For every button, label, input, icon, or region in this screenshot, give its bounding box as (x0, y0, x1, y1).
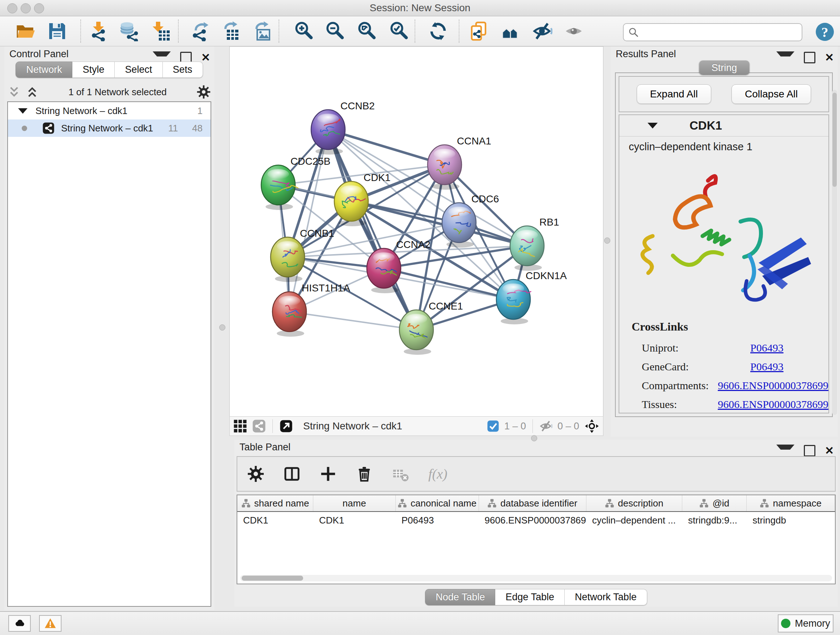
network-collection-row[interactable]: String Network – cdk1 1 (8, 102, 210, 119)
hide-selected-icon[interactable] (532, 21, 553, 41)
toolbar-separator (279, 19, 279, 43)
network-edge[interactable] (328, 130, 445, 165)
zoom-fit-content-icon[interactable] (357, 21, 377, 41)
first-neighbors-icon[interactable] (500, 21, 521, 41)
detach-view-icon[interactable] (279, 419, 293, 433)
tab-style[interactable]: Style (73, 62, 115, 78)
column-header-shared-name[interactable]: shared name (237, 495, 313, 511)
float-panel-icon[interactable] (804, 445, 815, 456)
delete-columns-trash-icon[interactable] (356, 466, 373, 482)
close-panel-icon[interactable]: ✕ (201, 53, 210, 62)
table-cell[interactable]: P06493 (396, 512, 479, 529)
table-cell[interactable]: stringdb (747, 512, 835, 529)
tab-node-table[interactable]: Node Table (425, 589, 495, 605)
table-cell[interactable]: stringdb:9... (682, 512, 747, 529)
column-header-name[interactable]: name (313, 495, 396, 511)
minimize-window-button[interactable] (21, 3, 31, 13)
close-panel-icon[interactable]: ✕ (825, 53, 834, 62)
network-row[interactable]: String Network – cdk1 11 48 (8, 119, 210, 137)
network-node-cdc25b[interactable] (261, 165, 298, 210)
tab-select[interactable]: Select (115, 62, 163, 78)
string-results-container: Expand All Collapse All CDK1 cyclin–depe… (615, 73, 833, 417)
column-header-database-identifier[interactable]: database identifier (479, 495, 586, 511)
tab-network[interactable]: Network (16, 62, 73, 78)
show-column-panel-icon[interactable] (284, 466, 300, 482)
network-node-ccnb2[interactable] (311, 110, 345, 155)
network-node-cdc6[interactable] (442, 203, 476, 248)
network-overview-icon[interactable] (252, 419, 266, 433)
expand-all-button[interactable]: Expand All (637, 84, 711, 104)
tab-sets[interactable]: Sets (163, 62, 203, 78)
network-node-rb1[interactable] (510, 226, 544, 271)
crosslink-value-link[interactable]: P06493 (750, 342, 783, 354)
warnings-button[interactable] (39, 615, 62, 632)
node-label-ccnb1: CCNB1 (300, 228, 334, 239)
collection-expander-icon[interactable] (18, 108, 27, 114)
create-column-plus-icon[interactable] (320, 466, 336, 482)
apply-preferred-layout-icon[interactable] (428, 21, 448, 41)
column-header-description[interactable]: description (586, 495, 682, 511)
birdseye-crosshair-icon[interactable] (584, 418, 600, 434)
vertical-splitter-handle[interactable] (604, 238, 610, 244)
show-all-icon[interactable] (564, 21, 584, 41)
results-scrollbar[interactable] (832, 90, 837, 415)
network-node-cdkn1a[interactable] (496, 279, 531, 325)
export-table-icon[interactable] (220, 21, 240, 41)
new-network-from-selection-icon[interactable] (468, 21, 488, 41)
table-cell[interactable]: CDK1 (237, 512, 313, 529)
table-settings-gear-icon[interactable] (248, 466, 264, 482)
search-input[interactable] (639, 25, 802, 40)
network-node-ccnb1[interactable] (271, 237, 305, 282)
column-header-namespace[interactable]: namespace (747, 495, 835, 511)
expand-all-icon[interactable] (26, 86, 38, 98)
import-network-database-icon[interactable] (118, 21, 139, 41)
tab-string[interactable]: String (699, 60, 750, 75)
export-network-icon[interactable] (189, 21, 210, 41)
crosslink-value-link[interactable]: 9606.ENSP00000378699 (718, 379, 829, 391)
close-panel-icon[interactable]: ✕ (825, 446, 834, 455)
vertical-splitter-handle[interactable] (219, 325, 225, 331)
save-session-icon[interactable] (47, 21, 67, 41)
cloud-status-button[interactable] (8, 615, 31, 632)
export-image-icon[interactable] (251, 21, 272, 41)
zoom-in-icon[interactable] (294, 21, 314, 41)
panel-menu-icon[interactable] (776, 51, 794, 66)
collapse-all-icon[interactable] (8, 86, 20, 98)
close-window-button[interactable] (7, 3, 17, 13)
table-row[interactable]: CDK1CDK1P064939606.ENSP00000378699cyclin… (237, 512, 835, 529)
tab-network-table[interactable]: Network Table (565, 589, 647, 605)
tab-edge-table[interactable]: Edge Table (495, 589, 565, 605)
column-header-label: database identifier (500, 498, 577, 509)
import-table-file-icon[interactable] (151, 21, 171, 41)
grid-view-icon[interactable] (233, 419, 247, 433)
column-header-canonical-name[interactable]: canonical name (396, 495, 479, 511)
horizontal-splitter-handle[interactable] (531, 435, 537, 441)
import-network-file-icon[interactable] (88, 21, 109, 41)
table-cell[interactable]: cyclin–dependent ... (586, 512, 682, 529)
gene-expander-icon[interactable] (647, 123, 658, 128)
network-node-ccne1[interactable] (399, 310, 433, 355)
table-cell[interactable]: CDK1 (313, 512, 396, 529)
crosslink-value-link[interactable]: 9606.ENSP00000378699 (718, 398, 829, 410)
collapse-all-button[interactable]: Collapse All (731, 84, 811, 104)
table-cell[interactable]: 9606.ENSP00000378699 (479, 512, 586, 529)
network-edge[interactable] (328, 130, 416, 330)
network-node-hist1h1a[interactable] (272, 292, 306, 337)
network-edge[interactable] (289, 312, 416, 330)
table-horizontal-scrollbar[interactable] (240, 575, 832, 581)
hidden-eye-icon[interactable] (539, 420, 553, 432)
memory-button[interactable]: Memory (778, 614, 834, 632)
help-icon[interactable]: ? (815, 22, 835, 42)
zoom-out-icon[interactable] (325, 21, 345, 41)
network-options-gear-icon[interactable] (197, 85, 210, 99)
column-header--id[interactable]: @id (682, 495, 747, 511)
network-selection-status: 1 of 1 Network selected (38, 87, 197, 98)
open-session-icon[interactable] (16, 21, 36, 41)
float-panel-icon[interactable] (804, 52, 815, 63)
crosslink-value-link[interactable]: P06493 (750, 361, 783, 372)
zoom-window-button[interactable] (34, 3, 44, 13)
gene-entry-panel: CDK1 cyclin–dependent kinase 1 (619, 114, 829, 413)
network-canvas[interactable]: CCNB2CCNA1CDC25BCDK1CDC6RB1CCNB1CCNA2CDK… (229, 46, 603, 417)
zoom-selected-icon[interactable] (389, 21, 409, 41)
selected-checkbox-icon[interactable] (487, 420, 499, 432)
